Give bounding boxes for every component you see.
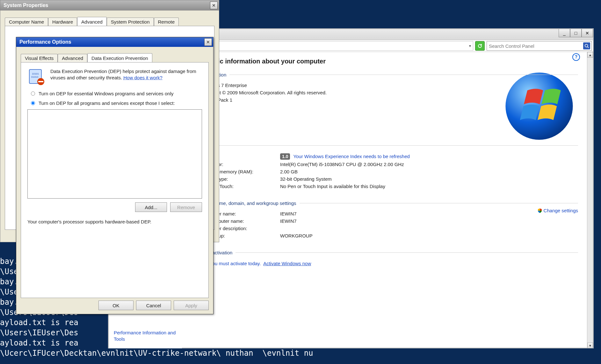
chevron-down-icon[interactable]: ▾ <box>469 44 471 48</box>
search-input[interactable] <box>488 43 583 49</box>
refresh-button[interactable] <box>475 41 485 51</box>
radio-dep-essential-label: Turn on DEP for essential Windows progra… <box>39 91 174 97</box>
value-processor: Intel(R) Core(TM) i5-1038NG7 CPU @ 2.00G… <box>280 162 578 167</box>
system-properties-titlebar[interactable]: System Properties ✕ <box>0 0 219 11</box>
radio-dep-all-input[interactable] <box>31 101 35 105</box>
tab-visual-effects[interactable]: Visual Effects <box>21 54 58 62</box>
svg-text:10101: 10101 <box>32 72 39 75</box>
page-title: View basic information about your comput… <box>191 58 578 65</box>
value-full-computer-name: IEWIN7 <box>280 218 578 224</box>
shield-icon <box>537 208 542 213</box>
section-system: System Rating: 1.0 Your Windows Experien… <box>191 143 578 191</box>
system-properties-tabs: Computer Name Hardware Advanced System P… <box>5 17 214 26</box>
tab-system-protection[interactable]: System Protection <box>107 18 154 26</box>
ok-button[interactable]: OK <box>98 301 134 310</box>
scrollbar[interactable]: ▲ ▼ <box>587 52 593 348</box>
scroll-down-icon[interactable]: ▼ <box>587 343 593 348</box>
value-computer-description <box>280 226 578 231</box>
close-button[interactable]: ✕ <box>204 38 212 46</box>
dep-page: 10101 01010 Data Execution Prevention (D… <box>21 62 209 298</box>
value-ram: 2.00 GB <box>280 169 578 174</box>
change-settings-link[interactable]: Change settings <box>537 208 578 213</box>
activate-link[interactable]: Activate Windows now <box>263 261 311 266</box>
maximize-button[interactable]: □ <box>570 29 582 37</box>
tab-advanced[interactable]: Advanced <box>58 54 87 62</box>
apply-button[interactable]: Apply <box>174 301 209 310</box>
close-button[interactable]: ✕ <box>582 29 593 37</box>
window-title: Performance Options <box>19 39 71 45</box>
radio-dep-essential[interactable]: Turn on DEP for essential Windows progra… <box>29 91 202 97</box>
section-windows-activation: Windows activation You must activate tod… <box>191 250 578 268</box>
radio-dep-all-label: Turn on DEP for all programs and service… <box>39 100 175 106</box>
activation-text: You must activate today. <box>209 261 261 266</box>
add-button[interactable]: Add... <box>135 202 167 212</box>
main-pane: ? View basic information about your comp… <box>182 52 587 348</box>
tab-advanced[interactable]: Advanced <box>77 17 107 26</box>
left-link-performance-info[interactable]: Performance Information and Tools <box>114 330 177 342</box>
section-computer-name: Computer name, domain, and workgroup set… <box>191 200 578 240</box>
dep-support-status: Your computer's processor supports hardw… <box>27 219 202 224</box>
tab-remote[interactable]: Remote <box>154 18 179 26</box>
tab-hardware[interactable]: Hardware <box>48 18 77 26</box>
help-icon[interactable]: ? <box>572 53 580 61</box>
search-button[interactable] <box>583 42 590 49</box>
tab-data-execution-prevention[interactable]: Data Execution Prevention <box>87 53 152 62</box>
refresh-icon <box>477 43 482 48</box>
performance-options-tabs: Visual Effects Advanced Data Execution P… <box>21 53 209 62</box>
rating-link[interactable]: Your Windows Experience Index needs to b… <box>293 154 410 159</box>
performance-options-window: Performance Options ✕ Visual Effects Adv… <box>16 37 214 314</box>
scroll-up-icon[interactable]: ▲ <box>587 52 593 58</box>
minimize-button[interactable]: _ <box>559 29 570 37</box>
search-icon <box>584 44 589 48</box>
dep-help-link[interactable]: How does it work? <box>123 75 163 80</box>
svg-text:01010: 01010 <box>31 76 39 78</box>
window-title: System Properties <box>4 3 48 8</box>
radio-dep-all[interactable]: Turn on DEP for all programs and service… <box>29 100 202 106</box>
value-workgroup: WORKGROUP <box>280 233 578 238</box>
dep-shield-icon: 10101 01010 <box>27 68 45 86</box>
value-system-type: 32-bit Operating System <box>280 176 578 182</box>
search-box[interactable] <box>487 41 592 51</box>
svg-rect-9 <box>38 81 43 82</box>
cancel-button[interactable]: Cancel <box>136 301 171 310</box>
close-button[interactable]: ✕ <box>210 2 218 9</box>
radio-dep-essential-input[interactable] <box>31 91 35 96</box>
svg-line-1 <box>588 47 589 48</box>
value-computer-name: IEWIN7 <box>280 211 578 216</box>
dep-description: Data Execution Prevention (DEP) helps pr… <box>50 68 202 86</box>
rating-badge: 1.0 <box>280 153 290 160</box>
dep-exclusion-list[interactable] <box>27 109 202 199</box>
section-windows-edition: Windows edition Windows 7 Enterprise Cop… <box>191 72 578 105</box>
performance-options-titlebar[interactable]: Performance Options ✕ <box>16 37 213 47</box>
value-pen-touch: No Pen or Touch Input is available for t… <box>280 184 578 189</box>
svg-point-0 <box>585 44 588 47</box>
tab-computer-name[interactable]: Computer Name <box>5 18 48 26</box>
remove-button[interactable]: Remove <box>170 202 202 212</box>
